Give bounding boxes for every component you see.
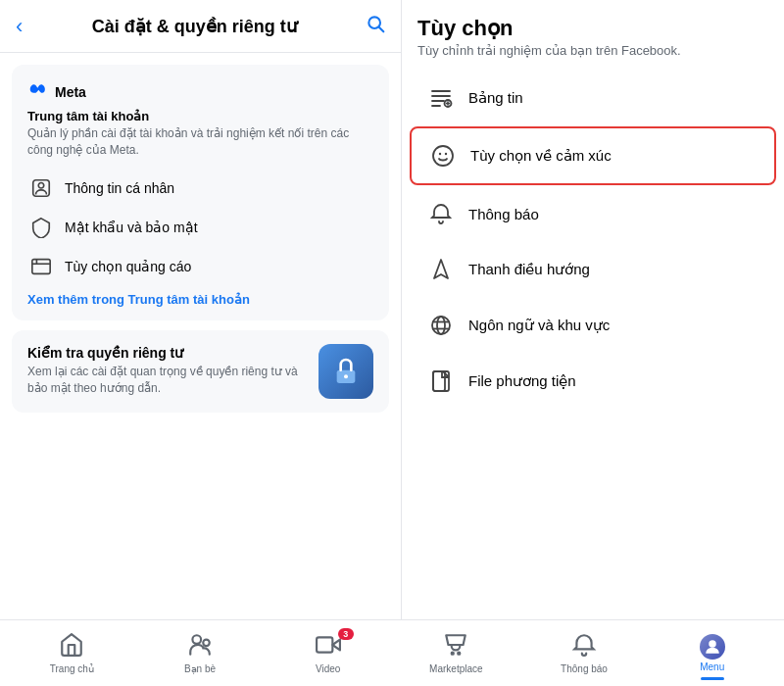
video-label: Video [316,663,340,674]
svg-point-25 [459,653,461,655]
meta-more-link[interactable]: Xem thêm trong Trung tâm tài khoản [27,292,373,307]
dieuhuong-icon [425,254,457,285]
ngonngu-icon [425,310,457,341]
menu-item-ngonngu[interactable]: Ngôn ngữ và khu vực [410,298,776,353]
privacy-desc: Xem lại các cài đặt quan trọng về quyền … [27,364,307,397]
nav-bell-icon [571,632,597,662]
svg-point-11 [439,153,441,155]
dieuhuong-label: Thanh điều hướng [468,261,590,278]
back-button[interactable]: ‹ [16,16,23,37]
thongbao-icon [425,198,457,229]
privacy-card[interactable]: Kiểm tra quyền riêng tư Xem lại các cài … [12,330,389,413]
meta-logo-icon [27,78,49,105]
left-panel: ‹ Cài đặt & quyền riêng tư [0,0,402,619]
active-bar [701,677,724,680]
menu-item-thongbao[interactable]: Thông báo [410,186,776,241]
svg-point-21 [203,640,210,647]
thongbao-label: Thông báo [468,206,539,222]
menu-label: Menu [700,662,724,672]
svg-marker-22 [332,640,340,651]
bantin-label: Bảng tin [468,89,523,107]
menu-item-bantin[interactable]: Bảng tin [410,71,776,125]
personal-info-label: Thông tin cá nhân [65,180,174,196]
file-icon [425,366,457,397]
friends-icon [187,632,213,662]
menu-item-dieuhuong[interactable]: Thanh điều hướng [410,242,776,297]
left-content: Meta Trung tâm tài khoản Quản lý phần cà… [0,53,401,424]
svg-point-20 [192,635,201,644]
menu-item-file[interactable]: File phương tiện [410,354,776,409]
ads-icon [27,253,55,280]
privacy-title: Kiểm tra quyền riêng tư [27,345,307,361]
svg-point-8 [344,374,348,378]
security-label: Mật khẩu và bảo mật [65,220,198,235]
nav-thongbao-label: Thông báo [561,663,608,674]
meta-menu-personal[interactable]: Thông tin cá nhân [27,169,373,208]
svg-rect-18 [433,371,445,391]
meta-desc: Quản lý phần cài đặt tài khoản và trải n… [27,125,373,159]
svg-point-26 [709,640,716,648]
meta-card: Meta Trung tâm tài khoản Quản lý phần cà… [12,65,389,320]
meta-menu-security[interactable]: Mật khẩu và bảo mật [27,208,373,247]
left-panel-title: Cài đặt & quyền riêng tư [34,16,354,37]
bottom-nav: Trang chủ Bạn bè 3 V [0,619,784,686]
svg-point-3 [38,182,44,188]
svg-point-24 [452,653,454,655]
right-header: Tùy chọn Tùy chỉnh trải nghiệm của bạn t… [402,0,784,66]
right-menu: Bảng tin Tùy chọn về cảm xúc [402,66,784,414]
right-title: Tùy chọn [417,16,768,41]
menu-avatar [700,634,725,660]
marketplace-icon [443,632,468,662]
camxuc-label: Tùy chọn về cảm xúc [470,147,612,165]
svg-point-15 [437,317,445,334]
svg-rect-23 [317,637,332,652]
ngonngu-label: Ngôn ngữ và khu vực [468,317,610,334]
svg-line-1 [379,27,384,32]
marketplace-label: Marketplace [429,663,482,674]
main-area: ‹ Cài đặt & quyền riêng tư [0,0,784,619]
trangchu-label: Trang chủ [50,663,94,674]
svg-rect-4 [32,259,50,273]
nav-banbe[interactable]: Bạn bè [136,628,265,678]
personal-info-icon [27,174,55,202]
svg-point-12 [445,153,447,155]
meta-menu-ads[interactable]: Tùy chọn quảng cáo [27,247,373,286]
svg-point-10 [433,146,453,166]
nav-marketplace[interactable]: Marketplace [392,628,520,678]
search-button[interactable] [366,14,385,38]
meta-subtitle: Trung tâm tài khoản [27,109,373,123]
ads-label: Tùy chọn quảng cáo [65,259,191,274]
nav-menu[interactable]: Menu [648,630,776,676]
svg-point-14 [432,317,450,334]
meta-label: Meta [55,84,86,100]
file-label: File phương tiện [468,372,576,390]
banbe-label: Bạn bè [184,663,216,674]
meta-logo-row: Meta [27,78,373,105]
bantin-icon [425,82,457,114]
screen: ‹ Cài đặt & quyền riêng tư [0,0,784,686]
menu-item-camxuc[interactable]: Tùy chọn về cảm xúc [410,126,776,185]
video-icon [316,632,341,662]
nav-trangchu[interactable]: Trang chủ [8,628,136,678]
left-header: ‹ Cài đặt & quyền riêng tư [0,0,401,53]
video-badge: 3 [338,628,354,640]
nav-thongbao[interactable]: Thông báo [520,628,649,678]
nav-video[interactable]: 3 Video [264,628,392,678]
privacy-text: Kiểm tra quyền riêng tư Xem lại các cài … [27,345,307,397]
right-panel: Tùy chọn Tùy chỉnh trải nghiệm của bạn t… [402,0,784,619]
security-icon [27,214,55,241]
right-subtitle: Tùy chỉnh trải nghiệm của bạn trên Faceb… [417,43,768,58]
svg-marker-13 [434,260,448,278]
camxuc-icon [427,140,459,172]
home-icon [59,632,84,662]
privacy-icon [318,344,373,399]
